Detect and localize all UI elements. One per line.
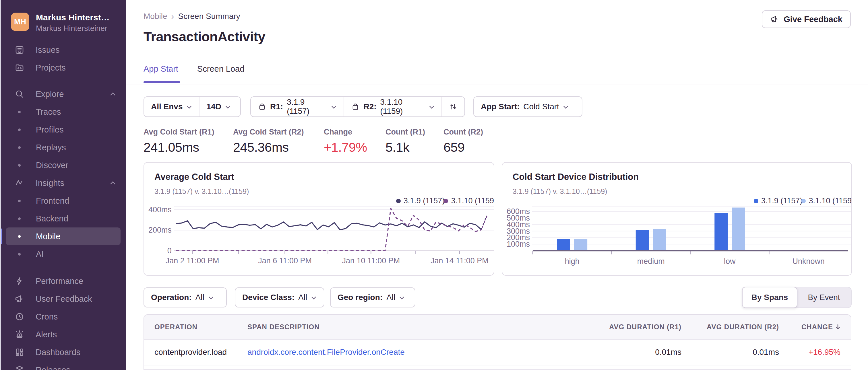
- svg-text:100ms: 100ms: [507, 240, 530, 248]
- release-compare-filter: R1: 3.1.9 (1157) R2: 3.1.10 (1159): [250, 96, 465, 117]
- sidebar-item-crons[interactable]: Crons: [0, 308, 126, 326]
- sidebar-item-traces[interactable]: Traces: [0, 103, 126, 121]
- device-distribution-bar-chart[interactable]: 600ms500ms400ms300ms200ms100mshighmedium…: [502, 200, 851, 275]
- user-name[interactable]: Markus Hinterst…: [36, 12, 122, 22]
- dashboards-icon: [14, 347, 25, 358]
- sidebar-item-projects[interactable]: Projects: [0, 59, 126, 76]
- col-operation[interactable]: OPERATION: [144, 323, 247, 331]
- megaphone-icon: [770, 14, 779, 24]
- sidebar-item-performance[interactable]: Performance: [0, 272, 126, 290]
- table-header: OPERATION SPAN DESCRIPTION AVG DURATION …: [144, 315, 851, 340]
- col-change[interactable]: CHANGE: [779, 323, 851, 331]
- svg-text:high: high: [565, 257, 580, 266]
- cell-span-description-link[interactable]: androidx.core.content.FileProvider.onCre…: [247, 348, 584, 357]
- tab-screen-load[interactable]: Screen Load: [197, 64, 244, 74]
- stat-value: +1.79%: [324, 140, 367, 155]
- geo-region-filter[interactable]: Geo region: All: [330, 288, 415, 307]
- col-avg-duration-r2[interactable]: AVG DURATION (R2): [681, 323, 779, 331]
- release-icon: [258, 102, 267, 111]
- sidebar-item-backend[interactable]: Backend: [0, 210, 126, 228]
- sidebar-item-explore[interactable]: Explore: [0, 85, 126, 103]
- page-title: TransactionActivity: [144, 29, 265, 44]
- env-filter[interactable]: All Envs: [144, 97, 199, 116]
- toggle-by-spans[interactable]: By Spans: [742, 287, 797, 308]
- bullet-icon: [18, 164, 21, 167]
- sidebar-item-mobile[interactable]: Mobile: [6, 228, 121, 245]
- stat-value: 659: [443, 140, 483, 155]
- avatar[interactable]: MH: [11, 12, 29, 31]
- sidebar-item-insights[interactable]: Insights: [0, 174, 126, 192]
- svg-text:Jan 14 11:00 PM: Jan 14 11:00 PM: [431, 257, 489, 265]
- svg-text:low: low: [724, 257, 736, 266]
- cold-start-line-chart[interactable]: 400ms200ms0Jan 2 11:00 PMJan 6 11:00 PMJ…: [144, 200, 494, 275]
- sidebar-item-frontend[interactable]: Frontend: [0, 192, 126, 210]
- chevron-up-icon[interactable]: [110, 92, 116, 96]
- sidebar-item-discover[interactable]: Discover: [0, 156, 126, 174]
- sort-desc-icon: [835, 324, 840, 330]
- operation-filter-value: All: [195, 293, 205, 302]
- chevron-down-icon: [311, 296, 317, 300]
- clock-icon: [14, 311, 25, 322]
- period-filter-value: 14D: [206, 102, 221, 111]
- col-avg-duration-r1[interactable]: AVG DURATION (R1): [584, 323, 681, 331]
- sidebar-item-profiles[interactable]: Profiles: [0, 121, 126, 138]
- env-filter-value: All Envs: [151, 102, 183, 111]
- app-start-type-filter: App Start: Cold Start: [473, 96, 582, 117]
- view-toggle: By Spans By Event: [742, 287, 851, 308]
- bullet-icon: [18, 111, 21, 113]
- release-r1-selector[interactable]: R1: 3.1.9 (1157): [251, 97, 344, 116]
- card-title: Average Cold Start: [154, 172, 234, 182]
- chevron-down-icon: [399, 296, 405, 300]
- svg-text:Jan 2 11:00 PM: Jan 2 11:00 PM: [166, 257, 219, 265]
- sidebar-item-issues[interactable]: Issues: [0, 41, 126, 59]
- swap-releases-button[interactable]: [442, 97, 464, 116]
- app-start-label: App Start:: [481, 102, 520, 111]
- search-icon: [14, 89, 25, 99]
- chevron-up-icon[interactable]: [110, 181, 116, 185]
- svg-text:200ms: 200ms: [148, 226, 172, 234]
- stat-count-r2: Count (R2) 659: [443, 128, 483, 155]
- stat-count-r1: Count (R1) 5.1k: [385, 128, 425, 155]
- app-start-selector[interactable]: App Start: Cold Start: [474, 97, 576, 116]
- svg-text:Unknown: Unknown: [793, 257, 825, 266]
- breadcrumb-mobile[interactable]: Mobile: [144, 12, 167, 21]
- card-subtitle: 3.1.9 (1157) v. 3.1.10…(1159): [154, 187, 249, 196]
- card-title: Cold Start Device Distribution: [513, 172, 639, 182]
- device-distribution-card: Cold Start Device Distribution 3.1.9 (11…: [502, 162, 852, 276]
- device-class-filter[interactable]: Device Class: All: [235, 288, 324, 307]
- sidebar-item-user-feedback[interactable]: User Feedback: [0, 290, 126, 308]
- r1-label: R1:: [270, 102, 283, 111]
- release-r2-selector[interactable]: R2: 3.1.10 (1159): [344, 97, 441, 116]
- cell-avg-r2: 0.01ms: [681, 348, 779, 357]
- sidebar-item-releases[interactable]: Releases: [0, 361, 126, 370]
- period-filter[interactable]: 14D: [199, 97, 237, 116]
- bullet-icon: [18, 217, 21, 220]
- table-row[interactable]: contentprovider.load androidx.core.conte…: [144, 340, 851, 365]
- pulse-icon: [14, 178, 25, 188]
- toggle-by-event[interactable]: By Event: [797, 288, 851, 307]
- stat-value: 245.36ms: [233, 140, 304, 155]
- tab-bar: App Start Screen Load: [144, 64, 244, 74]
- table-row-partial[interactable]: [144, 365, 851, 370]
- breadcrumb-current: Screen Summary: [178, 12, 240, 21]
- card-subtitle: 3.1.9 (1157) v. 3.1.10…(1159): [513, 187, 607, 196]
- bullet-icon: [18, 235, 21, 238]
- sidebar-item-dashboards[interactable]: Dashboards: [0, 343, 126, 361]
- svg-text:Jan 6 11:00 PM: Jan 6 11:00 PM: [258, 257, 312, 265]
- bullet-icon: [18, 253, 21, 256]
- chevron-down-icon: [429, 105, 435, 109]
- give-feedback-button[interactable]: Give Feedback: [762, 10, 851, 28]
- sidebar-item-alerts[interactable]: Alerts: [0, 326, 126, 343]
- sidebar-item-ai[interactable]: AI: [0, 245, 126, 263]
- sidebar-item-replays[interactable]: Replays: [0, 138, 126, 156]
- cell-operation: contentprovider.load: [144, 348, 247, 357]
- operation-filter[interactable]: Operation: All: [144, 288, 227, 307]
- col-span-description[interactable]: SPAN DESCRIPTION: [247, 323, 584, 331]
- stat-label: Count (R1): [385, 128, 425, 137]
- r2-value: 3.1.10 (1159): [380, 98, 425, 116]
- stat-value: 5.1k: [385, 140, 425, 155]
- stat-avg-cold-start-r2: Avg Cold Start (R2) 245.36ms: [233, 128, 304, 155]
- sidebar: MH Markus Hinterst… Markus Hintersteiner…: [0, 0, 126, 370]
- chevron-down-icon: [563, 105, 569, 109]
- tab-app-start[interactable]: App Start: [144, 64, 178, 74]
